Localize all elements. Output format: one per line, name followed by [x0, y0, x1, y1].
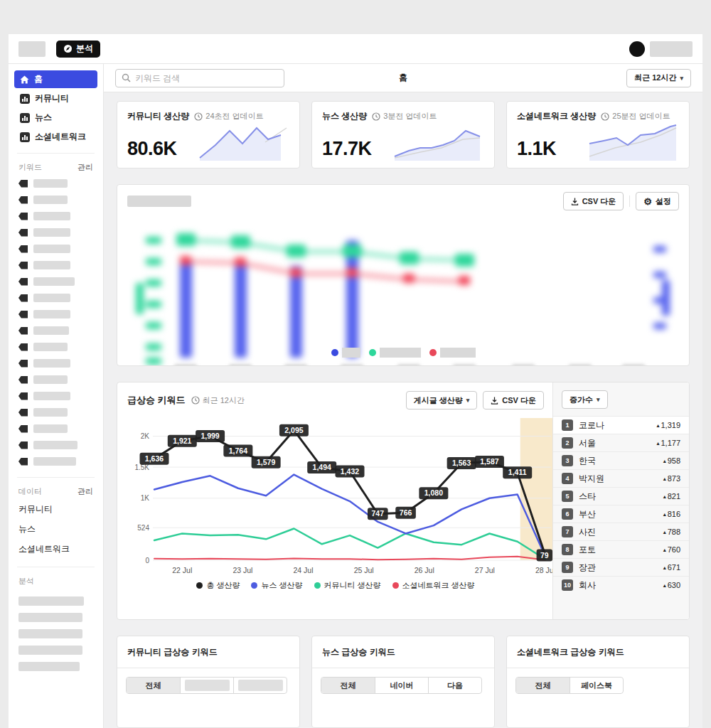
sidebar-keyword-item[interactable]	[9, 225, 103, 241]
sidebar-keyword-item[interactable]	[9, 355, 103, 372]
main-area: 홈 최근 12시간 ▾ 커뮤니티 생산량	[104, 64, 702, 728]
bar-chart-icon	[20, 113, 30, 123]
rank-row[interactable]: 10회사▴630	[553, 576, 689, 594]
triangle-up-icon: ▴	[663, 529, 666, 535]
legend-label: 뉴스 생산량	[261, 580, 302, 591]
rank-row[interactable]: 1코로나▴1,319	[553, 416, 689, 434]
stat-card-community[interactable]: 커뮤니티 생산량 24초전 업데이트 80.6K	[117, 101, 300, 168]
metric-dropdown[interactable]: 게시글 생산량 ▾	[406, 391, 478, 410]
time-range-dropdown[interactable]: 최근 12시간 ▾	[626, 69, 691, 87]
rank-row[interactable]: 7사진▴788	[553, 523, 689, 540]
svg-text:524: 524	[137, 524, 149, 532]
tab[interactable]: 전체	[516, 678, 570, 693]
rank-delta-value: 958	[668, 456, 680, 465]
keyword-label-placeholder	[33, 277, 75, 286]
tab-group: 전체페이스북	[515, 677, 624, 694]
rank-row[interactable]: 4박지원▴873	[553, 469, 689, 487]
search-box[interactable]	[115, 69, 284, 87]
sparkline	[197, 124, 289, 161]
data-manage-link[interactable]: 관리	[77, 486, 93, 497]
sort-dropdown[interactable]: 증가수 ▾	[562, 390, 608, 409]
sidebar-data-social[interactable]: 소셜네트워크	[9, 540, 103, 560]
stat-cards-row: 커뮤니티 생산량 24초전 업데이트 80.6K 뉴스 생산량	[117, 101, 690, 168]
sidebar-keyword-item[interactable]	[9, 405, 103, 421]
stat-updated: 25분전 업데이트	[612, 111, 670, 122]
sidebar-keyword-item[interactable]	[9, 323, 103, 339]
logo-placeholder	[18, 41, 46, 57]
avatar[interactable]	[629, 41, 645, 57]
stat-card-social[interactable]: 소셜네트워크 생산량 25분전 업데이트 1.1K	[506, 101, 690, 168]
username-placeholder	[650, 41, 693, 57]
analysis-item-placeholder[interactable]	[18, 613, 82, 622]
rank-row[interactable]: 6부산▴816	[553, 505, 689, 523]
rank-row[interactable]: 5스타▴821	[553, 487, 689, 505]
sidebar-keyword-item[interactable]	[9, 421, 103, 437]
sidebar-keyword-item[interactable]	[9, 208, 103, 225]
sidebar-item-community[interactable]: 커뮤니티	[14, 90, 97, 107]
tab-placeholder[interactable]	[180, 678, 233, 693]
analysis-item-placeholder[interactable]	[18, 662, 80, 671]
rank-row[interactable]: 8포토▴760	[553, 540, 689, 558]
sidebar-keyword-item[interactable]	[9, 454, 103, 470]
sidebar-keyword-item[interactable]	[9, 192, 103, 208]
chevron-down-icon: ▾	[466, 397, 470, 404]
legend-label: 소셜네트워크 생산량	[402, 580, 475, 591]
tab[interactable]: 다음	[428, 678, 481, 693]
analysis-item-placeholder[interactable]	[18, 596, 84, 606]
sidebar-keyword-item[interactable]	[9, 290, 103, 306]
tag-icon	[18, 196, 28, 204]
sidebar-keyword-item[interactable]	[9, 306, 103, 323]
analysis-item-placeholder[interactable]	[18, 629, 82, 638]
rank-delta-value: 821	[668, 492, 680, 500]
sidebar-keyword-item[interactable]	[9, 274, 103, 290]
divider	[629, 196, 630, 207]
rank-row[interactable]: 9장관▴671	[553, 558, 689, 576]
tab-placeholder[interactable]	[233, 678, 287, 693]
legend-dot-icon	[196, 582, 203, 589]
search-input[interactable]	[135, 73, 278, 83]
sidebar-keyword-item[interactable]	[9, 339, 103, 355]
tag-icon	[18, 327, 28, 335]
legend-item	[331, 348, 360, 358]
svg-text:1,764: 1,764	[229, 446, 247, 455]
stat-card-news[interactable]: 뉴스 생산량 3분전 업데이트 17.7K	[311, 101, 495, 168]
csv-download-button[interactable]: CSV 다운	[483, 391, 544, 410]
sidebar-keyword-item[interactable]	[9, 372, 103, 388]
sidebar-keyword-item[interactable]	[9, 257, 103, 274]
sidebar-item-home[interactable]: 홈	[14, 70, 97, 88]
sidebar-item-social[interactable]: 소셜네트워크	[14, 128, 97, 146]
sidebar-keyword-item[interactable]	[9, 176, 103, 192]
sidebar-keyword-item[interactable]	[9, 437, 103, 454]
trending-time-range: 최근 12시간	[203, 395, 245, 406]
brand-badge[interactable]: 분석	[56, 41, 100, 58]
legend-label: 총 생산량	[206, 580, 240, 591]
sidebar: 홈 커뮤니티 뉴스 소셜네트워크	[9, 64, 104, 728]
bottom-keyword-card: 소셜네트워크 급상승 키워드전체페이스북	[506, 636, 690, 728]
rank-keyword: 스타	[579, 491, 596, 503]
sidebar-keyword-item[interactable]	[9, 388, 103, 405]
tag-icon	[18, 213, 28, 220]
settings-button[interactable]: ⚙ 설정	[636, 192, 679, 210]
rank-badge: 8	[562, 544, 573, 555]
tab[interactable]: 전체	[321, 678, 375, 693]
sidebar-data-community[interactable]: 커뮤니티	[9, 500, 103, 520]
csv-download-button[interactable]: CSV 다운	[563, 192, 624, 210]
rank-badge: 6	[562, 508, 573, 520]
tab[interactable]: 페이스북	[570, 678, 623, 693]
rank-delta: ▴760	[663, 545, 680, 554]
tag-icon	[18, 360, 28, 368]
tab[interactable]: 네이버	[375, 678, 428, 693]
sidebar-keyword-item[interactable]	[9, 241, 103, 257]
rank-keyword: 장관	[579, 562, 596, 574]
tab[interactable]: 전체	[127, 678, 180, 693]
sidebar-item-news[interactable]: 뉴스	[14, 109, 97, 127]
keyword-manage-link[interactable]: 관리	[77, 162, 93, 173]
clock-icon	[191, 396, 200, 405]
sidebar-data-news[interactable]: 뉴스	[9, 520, 103, 540]
svg-text:0: 0	[145, 557, 149, 564]
analysis-item-placeholder[interactable]	[18, 646, 82, 655]
tag-icon	[18, 294, 28, 302]
rank-row[interactable]: 3한국▴958	[553, 451, 689, 469]
keyword-label-placeholder	[33, 196, 68, 204]
rank-row[interactable]: 2서울▴1,177	[553, 434, 689, 451]
